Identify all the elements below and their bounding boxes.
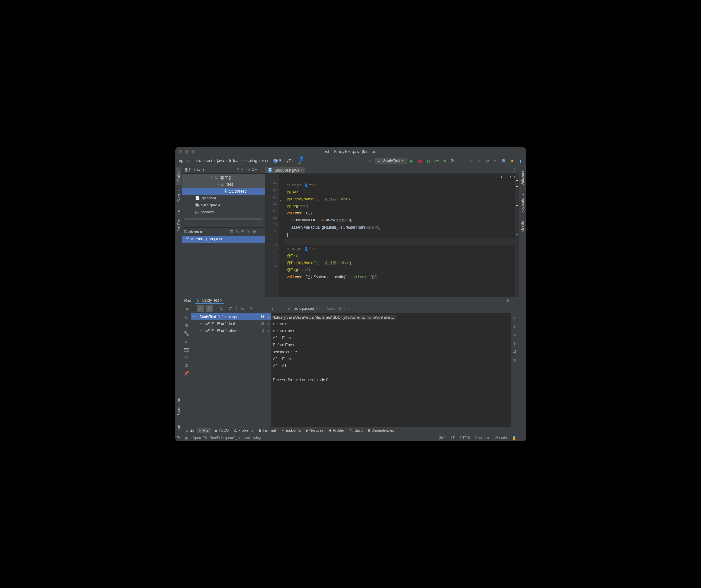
expand-icon[interactable]: ⇱ bbox=[241, 230, 245, 234]
rerun-button[interactable]: ▶ bbox=[184, 305, 191, 312]
close-window-button[interactable] bbox=[179, 150, 182, 154]
profile-button[interactable]: ⟳▾ bbox=[433, 157, 440, 164]
collapse-all-icon[interactable]: ⇲ bbox=[246, 168, 250, 172]
hide-icon[interactable]: — bbox=[259, 230, 263, 234]
bookmarks-tool-tab[interactable]: Bookmarks bbox=[176, 395, 181, 418]
show-passed-toggle[interactable]: ✔ bbox=[197, 305, 204, 312]
services-tab[interactable]: ▶Services bbox=[304, 428, 325, 432]
git-branch[interactable]: ⎇ main bbox=[494, 436, 507, 440]
back-arrow-icon[interactable]: ↙ bbox=[367, 157, 374, 164]
revert-icon[interactable]: ↶ bbox=[492, 157, 499, 164]
pin-icon[interactable]: 📌 bbox=[184, 371, 189, 375]
commit-tool-tab[interactable]: Commit bbox=[176, 187, 181, 205]
terminal-tab[interactable]: ▣Terminal bbox=[256, 428, 278, 432]
layout-icon[interactable]: ▦ bbox=[185, 363, 188, 367]
hide-panel-icon[interactable]: — bbox=[513, 298, 516, 303]
caret-position[interactable]: 30:1 bbox=[439, 436, 446, 440]
sort-duration-icon[interactable]: ⇵ bbox=[227, 305, 234, 312]
user-icon[interactable]: 👤▾ bbox=[299, 157, 306, 164]
code-editor[interactable]: 23 24 25 26 27 28 29 30 31 32 33 bbox=[265, 174, 519, 297]
history-icon[interactable]: ◷ bbox=[484, 157, 491, 164]
bookmark-entry[interactable]: ☰ inflearn-spring-test bbox=[182, 236, 264, 243]
indent-setting[interactable]: 2 spaces bbox=[475, 436, 489, 440]
breadcrumb-inflearn[interactable]: inflearn bbox=[227, 159, 244, 163]
test-row-2[interactable]: ✔스터디 만들기 slow 2 ms bbox=[191, 327, 271, 334]
project-tool-tab[interactable]: Project bbox=[176, 168, 181, 185]
print-icon[interactable]: 🖶 bbox=[513, 349, 517, 354]
test-row-1[interactable]: ✔스터디 만들기 fast 34 ms bbox=[191, 320, 271, 327]
collapse-icon[interactable]: ⇲ bbox=[247, 230, 250, 234]
fold-gutter[interactable]: ▸ bbox=[279, 174, 284, 297]
close-tab-icon[interactable]: × bbox=[301, 168, 303, 173]
tree-file-buildgradle[interactable]: 🐘build.gradle bbox=[182, 202, 264, 209]
edit-icon[interactable]: ✎ bbox=[236, 230, 239, 234]
select-file-icon[interactable]: ⊕ bbox=[236, 168, 239, 172]
up-icon[interactable]: ↑ bbox=[513, 315, 516, 320]
breadcrumb-class[interactable]: StudyTest bbox=[271, 159, 297, 163]
next-test-icon[interactable]: ↓ bbox=[269, 305, 276, 312]
gear-icon[interactable]: ⚙ bbox=[253, 230, 256, 234]
marker-bar[interactable] bbox=[515, 174, 519, 297]
structure-tool-tab[interactable]: Structure bbox=[176, 420, 181, 441]
collapse-all-icon[interactable]: ⇲ bbox=[248, 305, 255, 312]
hide-panel-icon[interactable]: — bbox=[259, 168, 263, 172]
tree-folder-test[interactable]: ▾🗀test bbox=[182, 181, 264, 188]
search-icon[interactable]: 🔍 bbox=[500, 157, 507, 164]
view-mode-chevron[interactable]: ▼ bbox=[202, 168, 205, 171]
prev-test-icon[interactable]: ↑ bbox=[260, 305, 267, 312]
run-panel-tab[interactable]: ⟨/⟩ StudyTest × bbox=[195, 297, 224, 304]
exit-icon[interactable]: ⎘ bbox=[185, 355, 188, 360]
tree-file-studytest[interactable]: StudyTest bbox=[182, 188, 264, 195]
down-icon[interactable]: ↓ bbox=[513, 324, 516, 329]
tree-folder-spring[interactable]: ▾🗀spring bbox=[182, 174, 264, 181]
prev-highlight-icon[interactable]: ∧ bbox=[509, 175, 512, 179]
update-project-button[interactable]: ↙ bbox=[459, 157, 466, 164]
breadcrumb-spring[interactable]: spring bbox=[245, 159, 259, 163]
build-tab[interactable]: 🔨Build bbox=[347, 428, 364, 432]
inspection-widget[interactable]: ▲ 5 ∧ ∨ bbox=[500, 175, 516, 179]
breadcrumb-testpkg[interactable]: test bbox=[260, 159, 270, 163]
console-output[interactable]: /Library/Java/JavaVirtualMachines/jdk-17… bbox=[271, 313, 511, 426]
tool-window-toggle-icon[interactable]: ▣ bbox=[185, 436, 188, 440]
minimize-window-button[interactable] bbox=[185, 150, 189, 154]
push-button[interactable]: ↗ bbox=[476, 157, 483, 164]
stop-icon[interactable]: ■ bbox=[185, 339, 188, 344]
gear-icon[interactable]: ⚙▾ bbox=[252, 168, 257, 172]
problems-tab[interactable]: ⚠Problems bbox=[232, 428, 255, 432]
rerun-failed-icon[interactable]: ↻ bbox=[185, 315, 188, 320]
show-ignored-toggle[interactable]: ⊘ bbox=[206, 305, 213, 312]
code-content[interactable]: no usages 👤 Yoo * @Test @DisplayName(("스… bbox=[284, 174, 515, 297]
gradle-tool-tab[interactable]: Gradle bbox=[520, 218, 525, 235]
avatar-icon[interactable]: ● bbox=[509, 157, 516, 164]
dump-icon[interactable]: 📷 bbox=[184, 347, 189, 352]
wrench-icon[interactable]: 🔧 bbox=[184, 331, 189, 336]
run-tab[interactable]: ▶Run bbox=[197, 428, 211, 433]
close-run-tab-icon[interactable]: × bbox=[220, 298, 222, 303]
clear-icon[interactable]: 🗑 bbox=[513, 358, 517, 363]
test-root-row[interactable]: ▾✔ StudyTest (inflearn.spr 36 ms bbox=[191, 313, 271, 320]
expand-all-icon[interactable]: ⇱ bbox=[239, 305, 246, 312]
endpoints-tab[interactable]: ⫘Endpoints bbox=[279, 428, 303, 432]
run-button[interactable]: ▶ bbox=[408, 157, 415, 164]
profiler-tab[interactable]: ◉Profiler bbox=[327, 428, 346, 432]
run-configuration-selector[interactable]: ⟨/⟩ StudyTest ▼ bbox=[375, 158, 407, 164]
soft-wrap-icon[interactable]: ⏎ bbox=[513, 332, 516, 337]
gear-icon[interactable]: ⚙ bbox=[506, 298, 509, 303]
pull-requests-tool-tab[interactable]: Pull Requests bbox=[176, 207, 181, 235]
editor-tab-studytest[interactable]: StudyTest.java × bbox=[265, 167, 305, 174]
todo-tab[interactable]: ☰TODO bbox=[213, 428, 231, 432]
database-tool-tab[interactable]: Database bbox=[520, 168, 525, 189]
git-tab[interactable]: ⎌Git bbox=[184, 428, 196, 432]
line-gutter[interactable]: 23 24 25 26 27 28 29 30 31 32 33 bbox=[265, 174, 279, 297]
tree-file-gitignore[interactable]: 📄.gitignore bbox=[182, 195, 264, 202]
breadcrumb-test[interactable]: test bbox=[204, 159, 214, 163]
coverage-button[interactable]: ◧ bbox=[425, 157, 432, 164]
scroll-to-end-icon[interactable]: ⤓ bbox=[513, 341, 516, 346]
debug-button[interactable]: 🐞 bbox=[417, 157, 424, 164]
tree-file-gradlew[interactable]: ▤gradlew bbox=[182, 209, 264, 216]
stop-button[interactable]: ■ bbox=[441, 157, 448, 164]
notifications-tool-tab[interactable]: Notifications bbox=[520, 191, 525, 216]
breadcrumb-java[interactable]: java bbox=[215, 159, 226, 163]
tab-options-icon[interactable]: ⋮ bbox=[510, 167, 519, 174]
commit-button[interactable]: ✔ bbox=[468, 157, 475, 164]
